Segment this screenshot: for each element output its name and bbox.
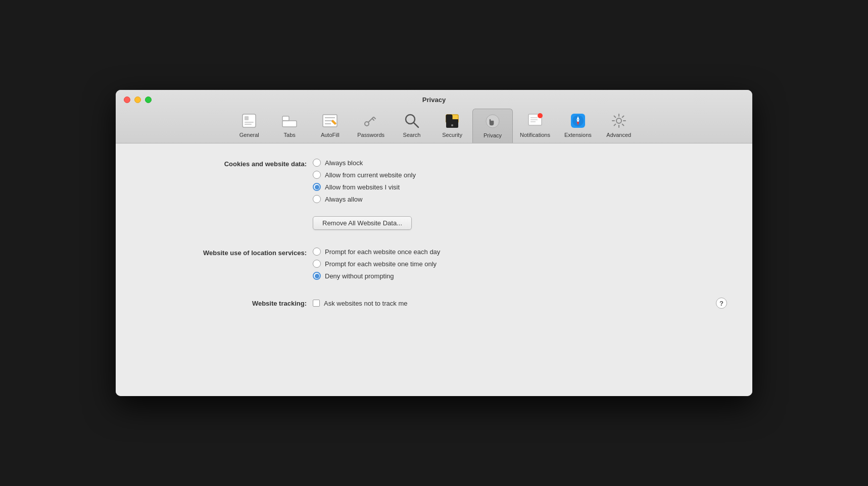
radio-prompt-each-day[interactable]: Prompt for each website once each day [313,248,440,256]
radio-deny-without[interactable]: Deny without prompting [313,272,440,280]
radio-circle-allow-visited[interactable] [313,183,321,191]
svg-rect-5 [282,121,297,127]
radio-label-always-block: Always block [325,159,363,167]
radio-circle-prompt-each-day[interactable] [313,248,321,256]
svg-point-12 [365,122,369,126]
close-button[interactable] [124,96,130,103]
toolbar-item-general[interactable]: General [229,109,269,143]
radio-circle-deny-without[interactable] [313,272,321,280]
tracking-checkbox-box[interactable] [313,300,320,307]
toolbar-item-advanced[interactable]: Advanced [599,109,639,143]
toolbar-item-passwords[interactable]: Passwords [350,109,392,143]
toolbar-label-passwords: Passwords [357,132,384,138]
extensions-icon [569,112,587,130]
tabs-icon [280,112,299,130]
toolbar-label-search: Search [403,132,421,138]
radio-always-block[interactable]: Always block [313,159,416,167]
radio-prompt-one-time[interactable]: Prompt for each website one time only [313,260,440,268]
advanced-icon [610,112,628,130]
radio-label-deny-without: Deny without prompting [325,272,394,280]
svg-rect-3 [245,124,252,125]
location-row: Website use of location services: Prompt… [136,248,732,280]
toolbar-item-autofill[interactable]: AutoFill [310,109,350,143]
security-icon [443,112,461,130]
traffic-lights [124,96,152,103]
svg-line-16 [414,123,418,127]
cookies-label: Cookies and website data: [136,159,313,169]
toolbar-label-tabs: Tabs [284,132,296,138]
toolbar: General Tabs [124,109,744,143]
location-label: Website use of location services: [136,248,313,258]
radio-allow-current[interactable]: Allow from current website only [313,171,416,179]
toolbar-item-tabs[interactable]: Tabs [269,109,310,143]
radio-label-allow-visited: Allow from websites I visit [325,183,400,191]
radio-circle-always-allow[interactable] [313,195,321,203]
radio-label-prompt-one-time: Prompt for each website one time only [325,260,437,268]
svg-rect-2 [245,122,254,123]
location-section: Website use of location services: Prompt… [136,248,732,280]
general-icon [240,112,258,130]
radio-circle-prompt-one-time[interactable] [313,260,321,268]
radio-label-always-allow: Always allow [325,196,362,203]
cookies-row: Cookies and website data: Always block A… [136,159,732,203]
svg-point-24 [538,113,543,118]
toolbar-item-search[interactable]: Search [392,109,432,143]
help-button[interactable]: ? [716,298,727,309]
svg-point-21 [451,124,453,126]
toolbar-label-notifications: Notifications [520,132,550,138]
notifications-icon [526,112,544,130]
autofill-icon [321,112,339,130]
toolbar-label-extensions: Extensions [564,132,592,138]
maximize-button[interactable] [145,96,152,103]
toolbar-label-security: Security [442,132,462,138]
cookies-section: Cookies and website data: Always block A… [136,159,732,230]
toolbar-item-security[interactable]: Security [432,109,472,143]
tracking-section: Website tracking: Ask websites not to tr… [136,298,732,309]
minimize-button[interactable] [134,96,141,103]
svg-rect-1 [245,116,249,120]
svg-rect-0 [243,114,256,127]
svg-line-13 [372,119,374,120]
passwords-icon [362,112,380,130]
preferences-window: Privacy General [116,90,752,396]
remove-website-data-button[interactable]: Remove All Website Data... [313,216,412,230]
svg-rect-4 [282,116,289,121]
radio-circle-allow-current[interactable] [313,171,321,179]
radio-always-allow[interactable]: Always allow [313,195,416,203]
svg-line-14 [374,117,375,119]
toolbar-label-general: General [239,132,259,138]
radio-label-prompt-each-day: Prompt for each website once each day [325,248,440,256]
tracking-label: Website tracking: [136,298,313,309]
location-options: Prompt for each website once each day Pr… [313,248,440,280]
tracking-row: Website tracking: Ask websites not to tr… [136,298,732,309]
toolbar-item-notifications[interactable]: Notifications [513,109,557,143]
privacy-icon [484,112,502,130]
toolbar-label-advanced: Advanced [606,132,631,138]
window-title: Privacy [422,96,446,104]
title-bar: Privacy General [116,90,752,143]
svg-point-32 [577,120,579,122]
toolbar-label-privacy: Privacy [484,132,502,138]
toolbar-label-autofill: AutoFill [321,132,340,138]
toolbar-item-extensions[interactable]: Extensions [557,109,599,143]
toolbar-item-privacy[interactable]: Privacy [472,109,513,143]
radio-circle-always-block[interactable] [313,159,321,167]
cookies-options: Always block Allow from current website … [313,159,416,203]
radio-label-allow-current: Allow from current website only [325,171,416,179]
search-icon [403,112,421,130]
tracking-checkbox-label: Ask websites not to track me [324,300,407,307]
radio-allow-visited[interactable]: Allow from websites I visit [313,183,416,191]
svg-point-33 [616,118,621,123]
content-area: Cookies and website data: Always block A… [116,143,752,396]
tracking-checkbox[interactable]: Ask websites not to track me [313,300,407,307]
